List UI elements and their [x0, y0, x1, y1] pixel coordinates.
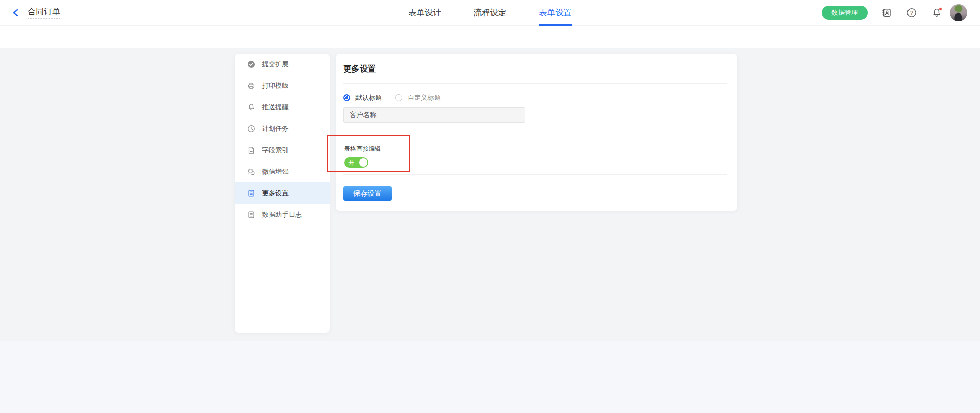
more-settings-panel: 更多设置 默认标题 自定义标题 表格直接编辑 开 保存设置: [336, 54, 737, 211]
title-field-input[interactable]: [343, 107, 525, 123]
toggle-on-text: 开: [348, 159, 354, 166]
wechat-icon: [247, 168, 255, 176]
vertical-separator: [874, 9, 874, 17]
table-direct-edit-toggle[interactable]: 开: [344, 157, 368, 168]
radio-unselected-icon[interactable]: [395, 94, 402, 101]
table-direct-edit-label: 表格直接编辑: [336, 132, 737, 153]
help-button[interactable]: ?: [905, 7, 918, 19]
tab-flow-settings[interactable]: 流程设定: [474, 0, 507, 26]
document-icon: [247, 146, 255, 154]
back-button[interactable]: [11, 8, 20, 17]
topbar-right-group: 数据管理 ?: [822, 0, 967, 26]
radio-default-title[interactable]: 默认标题: [343, 93, 382, 102]
sidebar-item-label: 数据助手日志: [262, 210, 302, 219]
clock-icon: [247, 125, 255, 133]
vertical-separator: [899, 9, 899, 17]
user-avatar[interactable]: [950, 4, 967, 21]
check-circle-icon: [247, 60, 255, 68]
notification-red-dot: [939, 7, 942, 11]
sidebar-item-more-settings[interactable]: 更多设置: [235, 182, 330, 204]
sidebar-item-label: 微信增强: [262, 167, 289, 176]
panel-title: 更多设置: [336, 54, 737, 75]
sidebar-item-label: 字段索引: [262, 146, 289, 155]
sidebar-item-label: 计划任务: [262, 124, 289, 133]
list-document-icon: [247, 189, 255, 197]
save-settings-button[interactable]: 保存设置: [343, 186, 392, 201]
sidebar-item-submit-extension[interactable]: 提交扩展: [235, 54, 330, 75]
printer-icon: [247, 82, 255, 90]
toggle-knob[interactable]: [359, 158, 367, 167]
sidebar-item-scheduled-tasks[interactable]: 计划任务: [235, 118, 330, 140]
divider: [343, 174, 727, 175]
list-document-icon: [247, 211, 255, 219]
settings-sidebar: 提交扩展 打印模版 推送提醒 计划任务: [235, 54, 330, 333]
tab-form-settings[interactable]: 表单设置: [539, 0, 572, 26]
topbar-left-group: 合同订单: [11, 0, 60, 26]
sidebar-item-wechat-enhance[interactable]: 微信增强: [235, 161, 330, 182]
chevron-left-icon: [12, 9, 19, 17]
title-mode-radio-group: 默认标题 自定义标题: [336, 84, 737, 101]
sidebar-item-data-assistant-log[interactable]: 数据助手日志: [235, 204, 330, 225]
bell-icon: [247, 103, 255, 111]
vertical-separator: [924, 9, 924, 17]
data-management-button[interactable]: 数据管理: [822, 6, 868, 20]
address-book-icon: [881, 8, 892, 18]
sidebar-item-label: 提交扩展: [262, 60, 289, 69]
address-book-button[interactable]: [880, 7, 893, 19]
radio-label: 自定义标题: [408, 93, 441, 102]
tab-form-design[interactable]: 表单设计: [409, 0, 441, 26]
subheader-white-strip: [0, 26, 980, 48]
sidebar-item-label: 推送提醒: [262, 103, 289, 112]
radio-label: 默认标题: [355, 93, 382, 102]
center-tab-bar: 表单设计 流程设定 表单设置: [409, 0, 572, 26]
radio-custom-title[interactable]: 自定义标题: [395, 93, 441, 102]
sidebar-item-label: 更多设置: [262, 189, 289, 198]
form-name-title[interactable]: 合同订单: [28, 7, 60, 19]
notifications-button[interactable]: [930, 7, 943, 19]
sidebar-item-push-reminder[interactable]: 推送提醒: [235, 97, 330, 118]
sidebar-item-label: 打印模版: [262, 81, 289, 90]
sidebar-item-print-template[interactable]: 打印模版: [235, 75, 330, 97]
sidebar-item-field-index[interactable]: 字段索引: [235, 140, 330, 161]
top-navigation-bar: 合同订单 表单设计 流程设定 表单设置 数据管理 ?: [0, 0, 980, 26]
radio-selected-icon[interactable]: [343, 94, 350, 101]
svg-text:?: ?: [910, 10, 913, 16]
help-icon: ?: [906, 8, 917, 18]
